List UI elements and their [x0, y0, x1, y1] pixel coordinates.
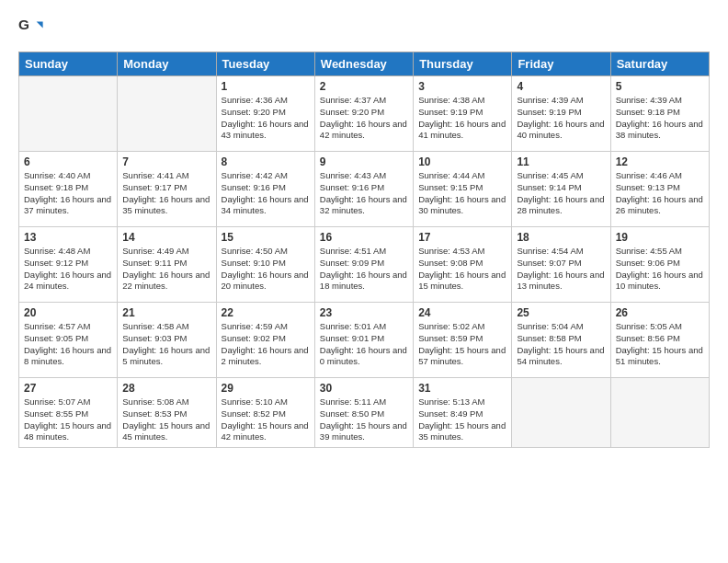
day-info: Sunrise: 4:50 AM Sunset: 9:10 PM Dayligh… [222, 246, 310, 293]
calendar-cell: 20Sunrise: 4:57 AM Sunset: 9:05 PM Dayli… [19, 303, 118, 378]
day-info: Sunrise: 4:53 AM Sunset: 9:08 PM Dayligh… [418, 246, 506, 293]
logo: G [18, 17, 46, 42]
day-info: Sunrise: 5:13 AM Sunset: 8:49 PM Dayligh… [418, 396, 506, 443]
calendar-cell: 31Sunrise: 5:13 AM Sunset: 8:49 PM Dayli… [414, 378, 512, 448]
day-number: 14 [122, 231, 210, 244]
calendar-cell: 21Sunrise: 4:58 AM Sunset: 9:03 PM Dayli… [118, 303, 216, 378]
calendar-cell [512, 378, 610, 448]
day-header-tuesday: Tuesday [216, 52, 314, 76]
day-number: 27 [24, 382, 112, 395]
calendar-cell: 22Sunrise: 4:59 AM Sunset: 9:02 PM Dayli… [216, 303, 314, 378]
day-number: 24 [418, 306, 506, 319]
day-number: 6 [24, 155, 112, 168]
calendar-cell: 23Sunrise: 5:01 AM Sunset: 9:01 PM Dayli… [314, 303, 413, 378]
calendar-cell: 13Sunrise: 4:48 AM Sunset: 9:12 PM Dayli… [19, 227, 118, 303]
calendar-cell: 3Sunrise: 4:38 AM Sunset: 9:19 PM Daylig… [414, 76, 512, 152]
calendar-cell: 9Sunrise: 4:43 AM Sunset: 9:16 PM Daylig… [314, 152, 413, 227]
calendar-cell: 30Sunrise: 5:11 AM Sunset: 8:50 PM Dayli… [314, 378, 413, 448]
day-number: 5 [616, 80, 704, 93]
day-info: Sunrise: 4:48 AM Sunset: 9:12 PM Dayligh… [24, 246, 112, 293]
day-number: 26 [616, 306, 704, 319]
day-info: Sunrise: 5:05 AM Sunset: 8:56 PM Dayligh… [616, 321, 704, 368]
day-info: Sunrise: 4:54 AM Sunset: 9:07 PM Dayligh… [517, 246, 605, 293]
day-info: Sunrise: 4:51 AM Sunset: 9:09 PM Dayligh… [320, 246, 408, 293]
day-number: 23 [320, 306, 408, 319]
calendar-cell: 4Sunrise: 4:39 AM Sunset: 9:19 PM Daylig… [512, 76, 610, 152]
day-info: Sunrise: 5:08 AM Sunset: 8:53 PM Dayligh… [122, 396, 210, 443]
day-number: 13 [24, 231, 112, 244]
day-info: Sunrise: 4:40 AM Sunset: 9:18 PM Dayligh… [24, 170, 112, 217]
day-header-saturday: Saturday [610, 52, 709, 76]
day-number: 18 [517, 231, 605, 244]
calendar-week-1: 1Sunrise: 4:36 AM Sunset: 9:20 PM Daylig… [19, 76, 710, 152]
calendar-cell [610, 378, 709, 448]
calendar-cell: 14Sunrise: 4:49 AM Sunset: 9:11 PM Dayli… [118, 227, 216, 303]
day-info: Sunrise: 5:07 AM Sunset: 8:55 PM Dayligh… [24, 396, 112, 443]
day-info: Sunrise: 4:55 AM Sunset: 9:06 PM Dayligh… [616, 246, 704, 293]
calendar-cell: 1Sunrise: 4:36 AM Sunset: 9:20 PM Daylig… [216, 76, 314, 152]
day-number: 30 [320, 382, 408, 395]
day-info: Sunrise: 4:59 AM Sunset: 9:02 PM Dayligh… [222, 321, 310, 368]
day-info: Sunrise: 4:39 AM Sunset: 9:18 PM Dayligh… [616, 95, 704, 142]
day-info: Sunrise: 4:44 AM Sunset: 9:15 PM Dayligh… [418, 170, 506, 217]
calendar-cell: 2Sunrise: 4:37 AM Sunset: 9:20 PM Daylig… [314, 76, 413, 152]
day-info: Sunrise: 4:39 AM Sunset: 9:19 PM Dayligh… [517, 95, 605, 142]
day-header-sunday: Sunday [19, 52, 118, 76]
calendar-week-4: 20Sunrise: 4:57 AM Sunset: 9:05 PM Dayli… [19, 303, 710, 378]
day-number: 25 [517, 306, 605, 319]
day-number: 22 [222, 306, 310, 319]
calendar-page: G SundayMondayTuesdayWednesdayThursdayFr… [0, 0, 728, 563]
day-header-wednesday: Wednesday [314, 52, 413, 76]
calendar-cell [118, 76, 216, 152]
day-number: 7 [122, 155, 210, 168]
day-info: Sunrise: 5:11 AM Sunset: 8:50 PM Dayligh… [320, 396, 408, 443]
calendar-week-2: 6Sunrise: 4:40 AM Sunset: 9:18 PM Daylig… [19, 152, 710, 227]
day-info: Sunrise: 4:58 AM Sunset: 9:03 PM Dayligh… [122, 321, 210, 368]
day-info: Sunrise: 5:01 AM Sunset: 9:01 PM Dayligh… [320, 321, 408, 368]
day-number: 8 [222, 155, 310, 168]
day-info: Sunrise: 4:49 AM Sunset: 9:11 PM Dayligh… [122, 246, 210, 293]
day-info: Sunrise: 4:45 AM Sunset: 9:14 PM Dayligh… [517, 170, 605, 217]
day-number: 11 [517, 155, 605, 168]
calendar-table: SundayMondayTuesdayWednesdayThursdayFrid… [18, 52, 710, 448]
day-number: 21 [122, 306, 210, 319]
calendar-header-row: SundayMondayTuesdayWednesdayThursdayFrid… [19, 52, 710, 76]
calendar-cell: 16Sunrise: 4:51 AM Sunset: 9:09 PM Dayli… [314, 227, 413, 303]
logo-icon: G [18, 17, 44, 42]
day-number: 20 [24, 306, 112, 319]
calendar-cell: 7Sunrise: 4:41 AM Sunset: 9:17 PM Daylig… [118, 152, 216, 227]
day-info: Sunrise: 4:43 AM Sunset: 9:16 PM Dayligh… [320, 170, 408, 217]
day-number: 16 [320, 231, 408, 244]
calendar-cell: 25Sunrise: 5:04 AM Sunset: 8:58 PM Dayli… [512, 303, 610, 378]
day-number: 28 [122, 382, 210, 395]
day-info: Sunrise: 5:02 AM Sunset: 8:59 PM Dayligh… [418, 321, 506, 368]
calendar-cell: 10Sunrise: 4:44 AM Sunset: 9:15 PM Dayli… [414, 152, 512, 227]
calendar-cell: 18Sunrise: 4:54 AM Sunset: 9:07 PM Dayli… [512, 227, 610, 303]
day-number: 19 [616, 231, 704, 244]
day-number: 31 [418, 382, 506, 395]
svg-marker-1 [37, 22, 43, 29]
calendar-cell: 19Sunrise: 4:55 AM Sunset: 9:06 PM Dayli… [610, 227, 709, 303]
day-info: Sunrise: 4:38 AM Sunset: 9:19 PM Dayligh… [418, 95, 506, 142]
day-info: Sunrise: 5:10 AM Sunset: 8:52 PM Dayligh… [222, 396, 310, 443]
day-number: 15 [222, 231, 310, 244]
day-info: Sunrise: 4:37 AM Sunset: 9:20 PM Dayligh… [320, 95, 408, 142]
day-info: Sunrise: 5:04 AM Sunset: 8:58 PM Dayligh… [517, 321, 605, 368]
calendar-week-3: 13Sunrise: 4:48 AM Sunset: 9:12 PM Dayli… [19, 227, 710, 303]
day-info: Sunrise: 4:36 AM Sunset: 9:20 PM Dayligh… [222, 95, 310, 142]
calendar-cell: 12Sunrise: 4:46 AM Sunset: 9:13 PM Dayli… [610, 152, 709, 227]
calendar-cell: 17Sunrise: 4:53 AM Sunset: 9:08 PM Dayli… [414, 227, 512, 303]
calendar-cell: 11Sunrise: 4:45 AM Sunset: 9:14 PM Dayli… [512, 152, 610, 227]
calendar-cell: 5Sunrise: 4:39 AM Sunset: 9:18 PM Daylig… [610, 76, 709, 152]
calendar-cell: 15Sunrise: 4:50 AM Sunset: 9:10 PM Dayli… [216, 227, 314, 303]
day-info: Sunrise: 4:57 AM Sunset: 9:05 PM Dayligh… [24, 321, 112, 368]
day-number: 17 [418, 231, 506, 244]
day-number: 29 [222, 382, 310, 395]
day-number: 10 [418, 155, 506, 168]
calendar-cell: 29Sunrise: 5:10 AM Sunset: 8:52 PM Dayli… [216, 378, 314, 448]
calendar-cell: 6Sunrise: 4:40 AM Sunset: 9:18 PM Daylig… [19, 152, 118, 227]
calendar-week-5: 27Sunrise: 5:07 AM Sunset: 8:55 PM Dayli… [19, 378, 710, 448]
day-header-monday: Monday [118, 52, 216, 76]
day-number: 12 [616, 155, 704, 168]
calendar-cell: 27Sunrise: 5:07 AM Sunset: 8:55 PM Dayli… [19, 378, 118, 448]
